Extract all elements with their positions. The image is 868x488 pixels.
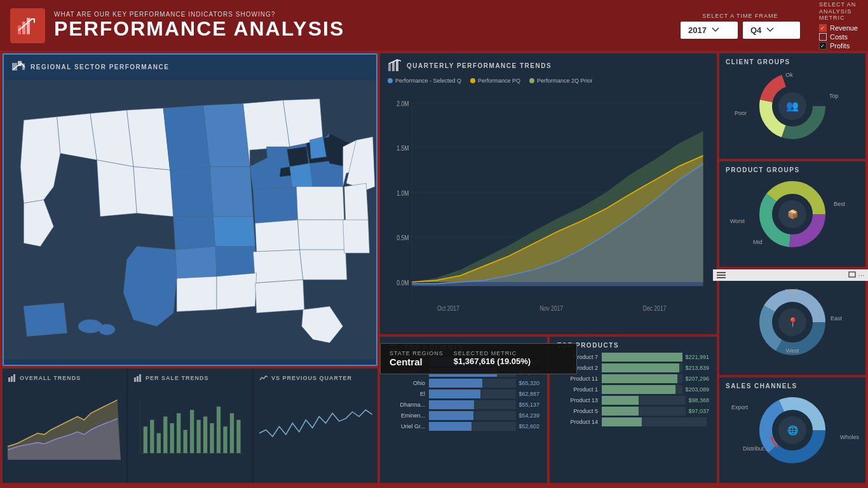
- resize-icon[interactable]: [848, 271, 856, 278]
- legend-dot-selected-q: [388, 78, 393, 83]
- vs-prev-icon: [259, 374, 268, 383]
- client-bar-5: [429, 411, 473, 420]
- product-bar-6: [602, 417, 642, 426]
- product-bar-5: [602, 407, 639, 416]
- client-bar-0: [429, 357, 509, 366]
- metric-profits-label: Profits: [830, 42, 850, 50]
- svg-marker-19: [173, 217, 215, 250]
- svg-text:Wholesale: Wholesale: [840, 434, 859, 440]
- product-bar-wrap-5: [602, 407, 686, 416]
- overall-trends-panel: OVERALL TRENDS: [3, 369, 126, 483]
- client-row-1: Pure Gr... $82,715: [388, 368, 539, 377]
- client-bar-wrap-1: [429, 368, 516, 377]
- svg-text:Mid: Mid: [753, 239, 763, 245]
- clients-icon: [388, 342, 399, 353]
- svg-rect-51: [8, 377, 10, 382]
- svg-text:West: West: [786, 348, 799, 354]
- svg-text:Best: Best: [834, 201, 846, 207]
- svg-rect-64: [163, 417, 167, 454]
- metric-costs[interactable]: Costs: [819, 33, 858, 41]
- overall-trends-title: OVERALL TRENDS: [8, 374, 121, 383]
- us-map-svg: [4, 76, 376, 363]
- svg-marker-16: [170, 166, 214, 216]
- svg-marker-21: [215, 247, 257, 276]
- quarterly-title: QUARTERLY PERFORMANCE TRENDS: [407, 62, 552, 69]
- products-list: Product 7 $221,991 Product 2 $213,839 Pr…: [557, 353, 709, 426]
- quarterly-panel: QUARTERLY PERFORMANCE TRENDS Performance…: [380, 53, 717, 334]
- main-content: REGIONAL SECTOR PERFORMANCE: [0, 51, 868, 488]
- svg-marker-20: [214, 217, 255, 247]
- checkbox-profits[interactable]: ✓: [819, 42, 827, 50]
- svg-marker-13: [133, 166, 173, 216]
- svg-rect-70: [203, 417, 207, 454]
- product-groups-donut: 📦 Worst Mid Best: [726, 177, 859, 247]
- svg-marker-46: [123, 247, 177, 327]
- svg-marker-35: [255, 220, 300, 252]
- metric-revenue-label: Revenue: [830, 24, 858, 32]
- client-bar-wrap-2: [429, 379, 516, 388]
- right-column: CLIENT GROUPS 👥 Ok Top Poor: [719, 53, 865, 483]
- client-row-3: El $62,887: [388, 390, 539, 398]
- svg-marker-36: [298, 220, 346, 250]
- quarter-dropdown[interactable]: Q4: [743, 22, 800, 39]
- ellipsis-icon[interactable]: ···: [858, 271, 864, 279]
- client-bar-6: [429, 422, 471, 431]
- svg-rect-127: [849, 272, 855, 277]
- vs-prev-quarter-panel: VS PREVIOUS QUARTER: [254, 369, 377, 483]
- svg-rect-78: [396, 60, 398, 71]
- svg-rect-61: [144, 426, 147, 453]
- svg-text:Export: Export: [731, 404, 749, 410]
- regional-groups-panel: REGIONAL GROUPS 📍 North East West: [719, 269, 865, 375]
- svg-marker-40: [253, 250, 302, 283]
- metric-revenue[interactable]: ✓ Revenue: [819, 24, 858, 32]
- analysis-label: SELECT ANANALYSISMETRIC: [819, 1, 856, 22]
- svg-rect-52: [11, 376, 13, 382]
- product-row-4: Product 13 $98,368: [557, 396, 709, 405]
- legend-dot-2q: [529, 78, 534, 83]
- svg-marker-15: [203, 104, 250, 166]
- clients-title: TOP 7 CLIENTS: [388, 342, 539, 353]
- svg-text:North: North: [785, 288, 799, 294]
- per-sale-chart: [133, 385, 247, 461]
- clients-products-row: TOP 7 CLIENTS Medline $101,574 Pure Gr..…: [380, 337, 717, 483]
- checkbox-costs[interactable]: [819, 33, 827, 41]
- svg-text:Nov 2017: Nov 2017: [539, 304, 563, 312]
- client-groups-title: CLIENT GROUPS: [726, 58, 859, 65]
- svg-text:2.0M: 2.0M: [397, 100, 409, 107]
- svg-marker-33: [253, 187, 297, 224]
- legend-dot-pq: [470, 78, 475, 83]
- metric-checkboxes: ✓ Revenue Costs ✓ Profits: [819, 24, 858, 50]
- svg-point-50: [99, 324, 115, 335]
- svg-text:Distribut...: Distribut...: [743, 445, 769, 452]
- map-panel-header: REGIONAL SECTOR PERFORMANCE: [4, 55, 376, 76]
- clients-list: Medline $101,574 Pure Gr... $82,715 Ohio…: [388, 357, 539, 431]
- svg-text:0.5M: 0.5M: [397, 234, 409, 241]
- svg-rect-71: [210, 423, 214, 453]
- checkbox-revenue[interactable]: ✓: [819, 24, 827, 32]
- svg-rect-77: [392, 62, 395, 71]
- svg-marker-8: [57, 114, 97, 160]
- svg-text:Ok: Ok: [785, 72, 793, 78]
- client-groups-chart: 👥 Ok Top Poor: [726, 69, 859, 139]
- sales-channels-panel: SALES CHANNELS 🌐 Export Distribut... Who…: [719, 377, 865, 483]
- svg-text:East: East: [831, 315, 843, 322]
- svg-text:📦: 📦: [787, 209, 799, 220]
- product-bar-wrap-3: [602, 385, 682, 394]
- year-dropdown[interactable]: 2017: [681, 22, 738, 39]
- per-sale-trends-panel: PER SALE TRENDS: [128, 369, 252, 483]
- svg-marker-32: [266, 147, 290, 170]
- client-bar-2: [429, 379, 482, 388]
- client-bar-wrap-3: [429, 390, 516, 398]
- svg-text:Oct 2017: Oct 2017: [437, 304, 459, 312]
- header-title: PERFORMANCE ANALYSIS: [54, 18, 681, 40]
- svg-marker-48: [24, 303, 67, 336]
- svg-text:1.0M: 1.0M: [397, 189, 409, 197]
- products-panel: TOP PRODUCTS Product 7 $221,991 Product …: [550, 337, 717, 483]
- map-panel: REGIONAL SECTOR PERFORMANCE: [3, 53, 377, 366]
- product-row-5: Product 5 $97,037: [557, 407, 709, 416]
- trends-bottom: OVERALL TRENDS PER SALE TRENDS: [3, 369, 377, 483]
- metric-profits[interactable]: ✓ Profits: [819, 42, 858, 50]
- svg-marker-10: [90, 110, 133, 166]
- sales-channels-donut: 🌐 Export Distribut... Wholesale: [726, 393, 859, 463]
- product-row-2: Product 11 $207,296: [557, 374, 709, 383]
